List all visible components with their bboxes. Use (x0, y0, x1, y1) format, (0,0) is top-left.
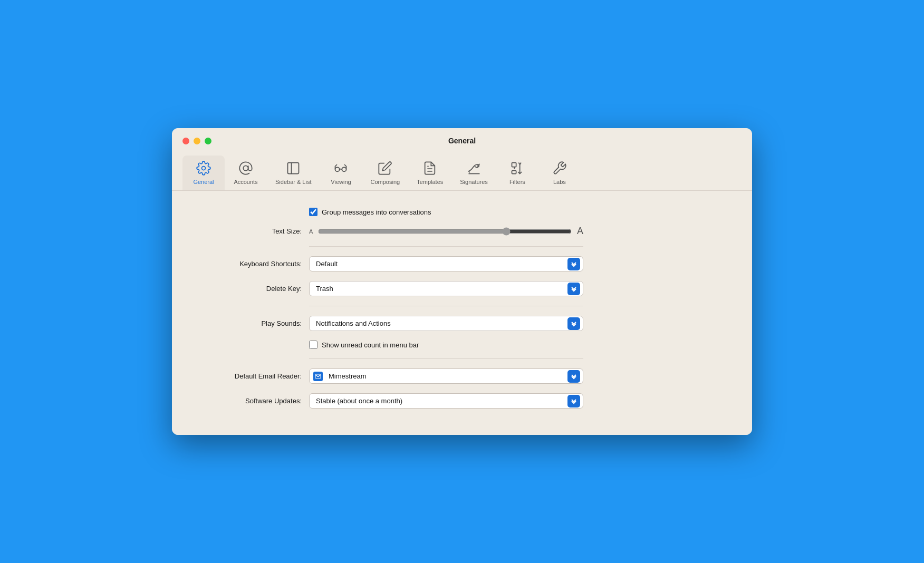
keyboard-shortcuts-select-wrapper: Default Gmail Custom (309, 256, 583, 271)
tab-templates[interactable]: Templates (408, 156, 451, 190)
tab-accounts-label: Accounts (234, 179, 257, 185)
text-size-slider[interactable] (318, 227, 572, 236)
svg-rect-8 (512, 171, 516, 174)
tab-sidebar-label: Sidebar & List (275, 179, 311, 185)
play-sounds-select-wrapper: Notifications and Actions All None (309, 316, 583, 331)
labs-icon (551, 160, 568, 177)
delete-key-row: Delete Key: Trash Archive (204, 281, 720, 296)
tab-sidebar[interactable]: Sidebar & List (267, 156, 320, 190)
tab-general-label: General (193, 179, 214, 185)
tab-filters[interactable]: Filters (496, 156, 538, 190)
text-size-slider-row: A A (309, 226, 583, 237)
titlebar: General (172, 128, 752, 145)
glasses-icon (332, 160, 349, 177)
text-size-label: Text Size: (204, 227, 309, 235)
delete-key-select-wrapper: Trash Archive (309, 281, 583, 296)
svg-point-0 (243, 166, 248, 170)
group-messages-row: Group messages into conversations (204, 208, 720, 216)
svg-rect-7 (512, 163, 516, 167)
keyboard-shortcuts-select[interactable]: Default Gmail Custom (309, 256, 583, 271)
at-icon (237, 160, 254, 177)
group-messages-wrapper: Group messages into conversations (309, 208, 431, 216)
maximize-button[interactable] (205, 138, 211, 144)
software-updates-select-wrapper: Stable (about once a month) Beta Manual (309, 393, 583, 409)
default-email-select[interactable]: Mimestream Mail (309, 368, 583, 384)
delete-key-label: Delete Key: (204, 285, 309, 293)
divider-1 (309, 246, 583, 247)
divider-3 (309, 358, 583, 359)
toolbar: General Accounts Sidebar & List (172, 149, 752, 191)
tab-signatures[interactable]: Signatures (451, 156, 496, 190)
window-controls (182, 138, 211, 144)
play-sounds-select[interactable]: Notifications and Actions All None (309, 316, 583, 331)
text-size-small-a: A (309, 228, 313, 235)
tab-accounts[interactable]: Accounts (225, 156, 267, 190)
compose-icon (377, 160, 393, 177)
minimize-button[interactable] (194, 138, 200, 144)
show-unread-label: Show unread count in menu bar (322, 341, 419, 349)
tab-composing-label: Composing (370, 179, 400, 185)
tab-general[interactable]: General (182, 156, 225, 190)
sidebar-icon (285, 160, 302, 177)
keyboard-shortcuts-row: Keyboard Shortcuts: Default Gmail Custom (204, 256, 720, 271)
default-email-label: Default Email Reader: (204, 372, 309, 380)
software-updates-label: Software Updates: (204, 397, 309, 405)
content-area: Group messages into conversations Text S… (172, 191, 752, 435)
tab-viewing[interactable]: Viewing (320, 156, 362, 190)
gear-icon (195, 160, 212, 177)
svg-point-4 (342, 167, 346, 171)
group-messages-label: Group messages into conversations (322, 208, 431, 216)
default-email-row: Default Email Reader: Mimestream Mail (204, 368, 720, 384)
main-window: General General Accounts (172, 128, 752, 435)
group-messages-checkbox[interactable] (309, 208, 317, 216)
keyboard-shortcuts-label: Keyboard Shortcuts: (204, 260, 309, 268)
tab-filters-label: Filters (509, 179, 525, 185)
tab-composing[interactable]: Composing (362, 156, 408, 190)
signatures-icon (466, 160, 483, 177)
text-size-large-a: A (577, 226, 583, 237)
filters-icon (509, 160, 526, 177)
tab-labs-label: Labs (553, 179, 566, 185)
divider-2 (309, 306, 583, 306)
show-unread-wrapper: Show unread count in menu bar (309, 341, 419, 349)
play-sounds-label: Play Sounds: (204, 319, 309, 327)
tab-signatures-label: Signatures (460, 179, 488, 185)
software-updates-select[interactable]: Stable (about once a month) Beta Manual (309, 393, 583, 409)
show-unread-checkbox[interactable] (309, 341, 317, 349)
templates-icon (421, 160, 438, 177)
software-updates-row: Software Updates: Stable (about once a m… (204, 393, 720, 409)
tab-viewing-label: Viewing (331, 179, 351, 185)
svg-point-3 (335, 167, 340, 171)
text-size-row: Text Size: A A (204, 226, 720, 237)
close-button[interactable] (182, 138, 189, 144)
tab-labs[interactable]: Labs (538, 156, 581, 190)
play-sounds-row: Play Sounds: Notifications and Actions A… (204, 316, 720, 331)
default-email-select-wrapper: Mimestream Mail (309, 368, 583, 384)
window-title: General (448, 137, 476, 145)
show-unread-row: Show unread count in menu bar (204, 341, 720, 349)
delete-key-select[interactable]: Trash Archive (309, 281, 583, 296)
tab-templates-label: Templates (417, 179, 443, 185)
svg-rect-1 (288, 163, 299, 174)
